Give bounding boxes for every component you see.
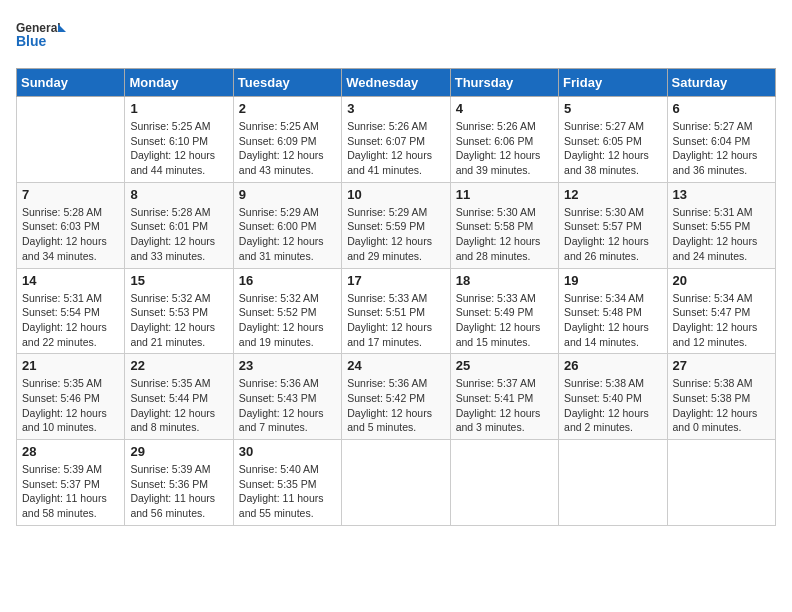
cell-info: Sunrise: 5:32 AMSunset: 5:53 PMDaylight:… xyxy=(130,291,227,350)
calendar-cell: 4Sunrise: 5:26 AMSunset: 6:06 PMDaylight… xyxy=(450,97,558,183)
day-number: 23 xyxy=(239,358,336,373)
calendar-cell: 22Sunrise: 5:35 AMSunset: 5:44 PMDayligh… xyxy=(125,354,233,440)
day-number: 13 xyxy=(673,187,770,202)
day-number: 14 xyxy=(22,273,119,288)
cell-info: Sunrise: 5:26 AMSunset: 6:07 PMDaylight:… xyxy=(347,119,444,178)
calendar-cell: 10Sunrise: 5:29 AMSunset: 5:59 PMDayligh… xyxy=(342,182,450,268)
calendar-cell: 12Sunrise: 5:30 AMSunset: 5:57 PMDayligh… xyxy=(559,182,667,268)
day-number: 4 xyxy=(456,101,553,116)
calendar-cell: 14Sunrise: 5:31 AMSunset: 5:54 PMDayligh… xyxy=(17,268,125,354)
day-number: 19 xyxy=(564,273,661,288)
calendar-cell: 23Sunrise: 5:36 AMSunset: 5:43 PMDayligh… xyxy=(233,354,341,440)
calendar-cell: 11Sunrise: 5:30 AMSunset: 5:58 PMDayligh… xyxy=(450,182,558,268)
week-row-4: 21Sunrise: 5:35 AMSunset: 5:46 PMDayligh… xyxy=(17,354,776,440)
calendar-cell: 1Sunrise: 5:25 AMSunset: 6:10 PMDaylight… xyxy=(125,97,233,183)
calendar-cell: 9Sunrise: 5:29 AMSunset: 6:00 PMDaylight… xyxy=(233,182,341,268)
cell-info: Sunrise: 5:25 AMSunset: 6:10 PMDaylight:… xyxy=(130,119,227,178)
calendar-cell: 29Sunrise: 5:39 AMSunset: 5:36 PMDayligh… xyxy=(125,440,233,526)
cell-info: Sunrise: 5:27 AMSunset: 6:04 PMDaylight:… xyxy=(673,119,770,178)
cell-info: Sunrise: 5:34 AMSunset: 5:47 PMDaylight:… xyxy=(673,291,770,350)
day-number: 18 xyxy=(456,273,553,288)
svg-marker-2 xyxy=(58,24,66,32)
calendar-cell: 21Sunrise: 5:35 AMSunset: 5:46 PMDayligh… xyxy=(17,354,125,440)
calendar-cell: 5Sunrise: 5:27 AMSunset: 6:05 PMDaylight… xyxy=(559,97,667,183)
cell-info: Sunrise: 5:35 AMSunset: 5:44 PMDaylight:… xyxy=(130,376,227,435)
calendar-cell xyxy=(559,440,667,526)
logo-svg: General Blue xyxy=(16,16,66,56)
cell-info: Sunrise: 5:33 AMSunset: 5:49 PMDaylight:… xyxy=(456,291,553,350)
day-number: 26 xyxy=(564,358,661,373)
week-row-3: 14Sunrise: 5:31 AMSunset: 5:54 PMDayligh… xyxy=(17,268,776,354)
cell-info: Sunrise: 5:28 AMSunset: 6:03 PMDaylight:… xyxy=(22,205,119,264)
calendar-cell: 27Sunrise: 5:38 AMSunset: 5:38 PMDayligh… xyxy=(667,354,775,440)
calendar-cell: 8Sunrise: 5:28 AMSunset: 6:01 PMDaylight… xyxy=(125,182,233,268)
cell-info: Sunrise: 5:26 AMSunset: 6:06 PMDaylight:… xyxy=(456,119,553,178)
day-number: 17 xyxy=(347,273,444,288)
calendar-cell: 24Sunrise: 5:36 AMSunset: 5:42 PMDayligh… xyxy=(342,354,450,440)
cell-info: Sunrise: 5:38 AMSunset: 5:40 PMDaylight:… xyxy=(564,376,661,435)
calendar-cell: 28Sunrise: 5:39 AMSunset: 5:37 PMDayligh… xyxy=(17,440,125,526)
cell-info: Sunrise: 5:37 AMSunset: 5:41 PMDaylight:… xyxy=(456,376,553,435)
calendar-cell: 7Sunrise: 5:28 AMSunset: 6:03 PMDaylight… xyxy=(17,182,125,268)
cell-info: Sunrise: 5:35 AMSunset: 5:46 PMDaylight:… xyxy=(22,376,119,435)
day-number: 28 xyxy=(22,444,119,459)
day-number: 27 xyxy=(673,358,770,373)
cell-info: Sunrise: 5:28 AMSunset: 6:01 PMDaylight:… xyxy=(130,205,227,264)
calendar-cell xyxy=(450,440,558,526)
cell-info: Sunrise: 5:30 AMSunset: 5:58 PMDaylight:… xyxy=(456,205,553,264)
calendar-cell: 26Sunrise: 5:38 AMSunset: 5:40 PMDayligh… xyxy=(559,354,667,440)
svg-text:Blue: Blue xyxy=(16,33,47,49)
day-number: 29 xyxy=(130,444,227,459)
calendar-cell: 25Sunrise: 5:37 AMSunset: 5:41 PMDayligh… xyxy=(450,354,558,440)
header-day-wednesday: Wednesday xyxy=(342,69,450,97)
day-number: 24 xyxy=(347,358,444,373)
cell-info: Sunrise: 5:30 AMSunset: 5:57 PMDaylight:… xyxy=(564,205,661,264)
day-number: 22 xyxy=(130,358,227,373)
cell-info: Sunrise: 5:29 AMSunset: 5:59 PMDaylight:… xyxy=(347,205,444,264)
day-number: 2 xyxy=(239,101,336,116)
cell-info: Sunrise: 5:33 AMSunset: 5:51 PMDaylight:… xyxy=(347,291,444,350)
day-number: 25 xyxy=(456,358,553,373)
calendar-cell: 6Sunrise: 5:27 AMSunset: 6:04 PMDaylight… xyxy=(667,97,775,183)
day-number: 30 xyxy=(239,444,336,459)
cell-info: Sunrise: 5:32 AMSunset: 5:52 PMDaylight:… xyxy=(239,291,336,350)
cell-info: Sunrise: 5:31 AMSunset: 5:55 PMDaylight:… xyxy=(673,205,770,264)
cell-info: Sunrise: 5:39 AMSunset: 5:36 PMDaylight:… xyxy=(130,462,227,521)
header-day-thursday: Thursday xyxy=(450,69,558,97)
cell-info: Sunrise: 5:38 AMSunset: 5:38 PMDaylight:… xyxy=(673,376,770,435)
header-day-friday: Friday xyxy=(559,69,667,97)
week-row-2: 7Sunrise: 5:28 AMSunset: 6:03 PMDaylight… xyxy=(17,182,776,268)
day-number: 12 xyxy=(564,187,661,202)
day-number: 8 xyxy=(130,187,227,202)
calendar-cell: 20Sunrise: 5:34 AMSunset: 5:47 PMDayligh… xyxy=(667,268,775,354)
cell-info: Sunrise: 5:40 AMSunset: 5:35 PMDaylight:… xyxy=(239,462,336,521)
header-day-saturday: Saturday xyxy=(667,69,775,97)
logo: General Blue xyxy=(16,16,66,56)
calendar-cell: 16Sunrise: 5:32 AMSunset: 5:52 PMDayligh… xyxy=(233,268,341,354)
calendar-cell: 30Sunrise: 5:40 AMSunset: 5:35 PMDayligh… xyxy=(233,440,341,526)
calendar-cell: 18Sunrise: 5:33 AMSunset: 5:49 PMDayligh… xyxy=(450,268,558,354)
cell-info: Sunrise: 5:39 AMSunset: 5:37 PMDaylight:… xyxy=(22,462,119,521)
calendar-cell: 2Sunrise: 5:25 AMSunset: 6:09 PMDaylight… xyxy=(233,97,341,183)
calendar-cell xyxy=(667,440,775,526)
header-day-monday: Monday xyxy=(125,69,233,97)
day-number: 16 xyxy=(239,273,336,288)
day-number: 10 xyxy=(347,187,444,202)
calendar-cell: 13Sunrise: 5:31 AMSunset: 5:55 PMDayligh… xyxy=(667,182,775,268)
day-number: 7 xyxy=(22,187,119,202)
cell-info: Sunrise: 5:27 AMSunset: 6:05 PMDaylight:… xyxy=(564,119,661,178)
calendar-cell: 17Sunrise: 5:33 AMSunset: 5:51 PMDayligh… xyxy=(342,268,450,354)
day-number: 6 xyxy=(673,101,770,116)
day-number: 9 xyxy=(239,187,336,202)
week-row-1: 1Sunrise: 5:25 AMSunset: 6:10 PMDaylight… xyxy=(17,97,776,183)
day-number: 20 xyxy=(673,273,770,288)
day-number: 5 xyxy=(564,101,661,116)
cell-info: Sunrise: 5:36 AMSunset: 5:43 PMDaylight:… xyxy=(239,376,336,435)
cell-info: Sunrise: 5:31 AMSunset: 5:54 PMDaylight:… xyxy=(22,291,119,350)
calendar-header-row: SundayMondayTuesdayWednesdayThursdayFrid… xyxy=(17,69,776,97)
calendar-cell: 15Sunrise: 5:32 AMSunset: 5:53 PMDayligh… xyxy=(125,268,233,354)
calendar-cell: 19Sunrise: 5:34 AMSunset: 5:48 PMDayligh… xyxy=(559,268,667,354)
header-day-sunday: Sunday xyxy=(17,69,125,97)
calendar-cell xyxy=(342,440,450,526)
calendar-table: SundayMondayTuesdayWednesdayThursdayFrid… xyxy=(16,68,776,526)
